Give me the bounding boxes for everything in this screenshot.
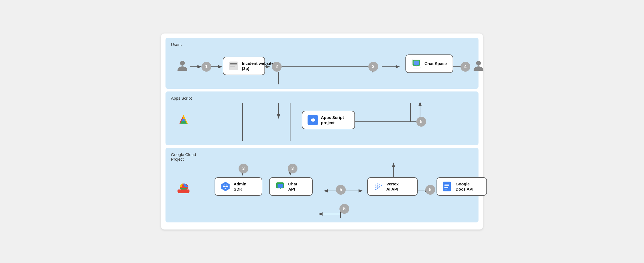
- vertex-ai-label: VertexAI API: [386, 181, 399, 192]
- step-5-chatapi-circle: 5: [336, 185, 346, 195]
- step-5-vertex-circle: 5: [425, 185, 435, 195]
- google-docs-label: GoogleDocs API: [456, 181, 473, 192]
- chat-space-icon: [411, 58, 422, 69]
- vertex-ai-icon: [373, 181, 384, 192]
- chat-api-icon: [275, 181, 285, 192]
- svg-rect-51: [444, 187, 448, 188]
- chat-space-label: Chat Space: [425, 61, 447, 66]
- step-5-apps-circle: 5: [416, 117, 426, 127]
- chat-api-label: ChatAPI: [288, 181, 297, 192]
- svg-rect-12: [230, 65, 237, 65]
- step-3-users-circle: 3: [368, 62, 378, 72]
- gcp-logo: [176, 181, 191, 197]
- incident-website-icon: [228, 60, 239, 71]
- step-3-admin-circle: 3: [239, 164, 248, 173]
- incident-website-node: Incident website(3p): [223, 57, 265, 75]
- step-4-circle: 4: [461, 62, 470, 72]
- svg-point-9: [180, 61, 185, 66]
- svg-rect-36: [373, 181, 383, 192]
- admin-sdk-node: AdminSDK: [215, 177, 262, 196]
- google-docs-node: GoogleDocs API: [437, 177, 487, 196]
- svg-point-44: [375, 185, 377, 186]
- apps-script-lane: Apps Script: [165, 91, 479, 145]
- apps-script-lane-label: Apps Script: [171, 96, 473, 100]
- step-3-chat-circle: 3: [288, 164, 297, 173]
- step-2-circle: 2: [272, 62, 282, 72]
- google-docs-icon: [442, 181, 453, 192]
- apps-script-project-node: Apps Scriptproject: [302, 111, 355, 129]
- step-5-bottom-circle: 5: [339, 204, 349, 214]
- apps-script-project-icon: [307, 115, 318, 126]
- apps-script-project-label: Apps Scriptproject: [321, 115, 344, 126]
- apps-script-logo: [176, 112, 191, 127]
- svg-point-16: [476, 61, 481, 66]
- svg-point-34: [224, 184, 227, 186]
- svg-rect-52: [444, 189, 447, 189]
- user-person-left: [176, 59, 188, 72]
- svg-rect-50: [444, 185, 449, 186]
- admin-sdk-label: AdminSDK: [234, 181, 246, 192]
- gcp-lane: Google CloudProject: [165, 148, 479, 222]
- user-person-right: [473, 59, 484, 72]
- gcp-lane-label: Google CloudProject: [171, 152, 473, 161]
- svg-rect-13: [230, 66, 235, 66]
- users-lane-label: Users: [171, 42, 473, 47]
- chat-space-node: Chat Space: [405, 54, 453, 73]
- admin-sdk-icon: [220, 181, 231, 192]
- vertex-ai-node: VertexAI API: [367, 177, 418, 196]
- svg-rect-11: [230, 63, 237, 64]
- step-1-circle: 1: [201, 62, 211, 72]
- chat-api-node: ChatAPI: [269, 177, 313, 196]
- svg-rect-49: [444, 184, 449, 185]
- svg-rect-48: [443, 182, 451, 191]
- diagram-container: Users: [161, 33, 483, 230]
- svg-point-45: [377, 183, 378, 185]
- incident-website-label: Incident website(3p): [242, 61, 274, 71]
- users-lane: Users: [165, 38, 479, 89]
